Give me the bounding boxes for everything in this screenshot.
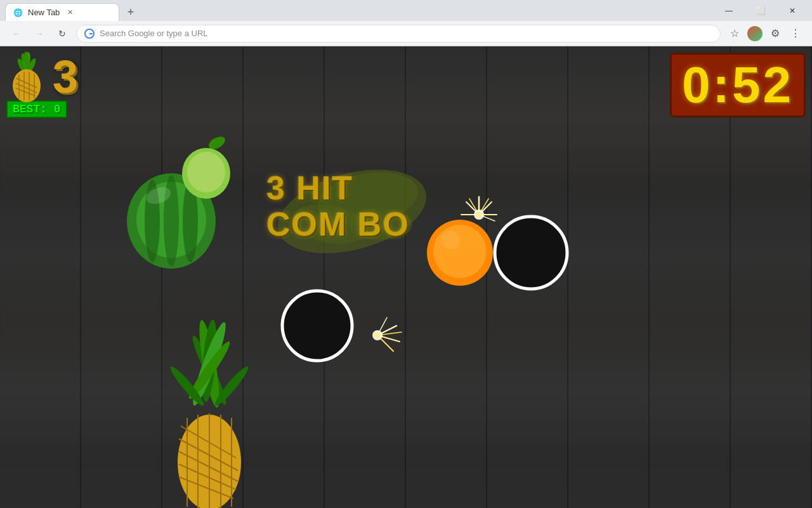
toolbar-icons: ☆ ⚙ ⋮ (726, 25, 804, 43)
spark-effect-2 (358, 313, 409, 360)
url-text: Search Google or type a URL (100, 29, 208, 38)
address-bar: ← → ↻ Search Google or type a URL ☆ ⚙ ⋮ (0, 21, 812, 46)
bomb-left (279, 288, 355, 366)
score-pineapple-icon (6, 53, 48, 100)
game-area[interactable]: 3 BEST: 0 0:52 3 HIT COM BO (0, 46, 812, 508)
combo-line2: COM BO (266, 206, 410, 243)
svg-point-48 (282, 291, 352, 361)
svg-point-49 (495, 217, 567, 289)
tab-title: New Tab (28, 8, 60, 17)
best-label: BEST: (13, 103, 47, 116)
title-bar: 🌐 New Tab ✕ + — ⬜ ✕ (0, 0, 812, 21)
svg-point-26 (187, 152, 225, 192)
user-avatar (747, 26, 763, 41)
browser-chrome: 🌐 New Tab ✕ + — ⬜ ✕ ← → ↻ Search Google … (0, 0, 812, 46)
menu-button[interactable]: ⋮ (787, 25, 804, 43)
avatar-button[interactable] (746, 25, 764, 43)
tab-favicon: 🌐 (13, 8, 23, 17)
bookmark-button[interactable]: ☆ (726, 25, 743, 43)
combo-display: 3 HIT COM BO (266, 170, 410, 243)
combo-line1: 3 HIT (266, 170, 410, 206)
svg-point-6 (13, 69, 41, 102)
forward-button[interactable]: → (30, 25, 48, 43)
url-input-container[interactable]: Search Google or type a URL (76, 25, 721, 43)
timer-display: 0:52 (670, 53, 806, 117)
plank-8 (568, 46, 650, 508)
close-button[interactable]: ✕ (778, 0, 807, 21)
extensions-button[interactable]: ⚙ (766, 25, 784, 43)
reload-button[interactable]: ↻ (53, 25, 71, 43)
spark-effect-1 (457, 192, 501, 239)
score-display: 3 (6, 53, 78, 100)
window-controls: — ⬜ ✕ (714, 0, 807, 21)
bomb-right (492, 211, 571, 297)
pineapple-fruit (165, 332, 254, 508)
google-icon (84, 29, 95, 39)
back-button[interactable]: ← (8, 25, 25, 43)
maximize-button[interactable]: ⬜ (746, 0, 775, 21)
new-tab-button[interactable]: + (122, 3, 140, 21)
tab-area: 🌐 New Tab ✕ + (5, 0, 140, 21)
active-tab[interactable]: 🌐 New Tab ✕ (5, 3, 119, 21)
best-value: 0 (54, 103, 61, 116)
svg-point-66 (374, 332, 381, 338)
lime-piece (178, 135, 235, 201)
minimize-button[interactable]: — (714, 0, 743, 21)
svg-point-59 (476, 211, 482, 218)
best-score-display: BEST: 0 (6, 100, 67, 118)
score-number: 3 (53, 54, 78, 100)
plank-2 (81, 46, 162, 508)
timer-text: 0:52 (682, 60, 794, 110)
tab-close-button[interactable]: ✕ (65, 8, 75, 18)
